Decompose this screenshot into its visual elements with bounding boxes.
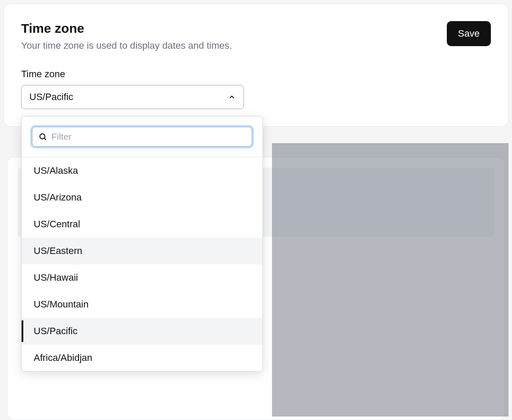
timezone-select-wrapper: US/Pacific [21, 85, 244, 109]
dropdown-item-us-central[interactable]: US/Central [22, 211, 262, 238]
dropdown-item-us-eastern[interactable]: US/Eastern [22, 238, 262, 264]
filter-input[interactable] [51, 132, 246, 142]
card-subtitle: Your time zone is used to display dates … [21, 40, 447, 51]
dropdown-item-us-alaska[interactable]: US/Alaska [22, 157, 262, 184]
timezone-field-label: Time zone [21, 69, 491, 80]
dropdown-item-us-hawaii[interactable]: US/Hawaii [22, 264, 262, 291]
card-title: Time zone [21, 21, 447, 36]
dropdown-item-us-arizona[interactable]: US/Arizona [22, 184, 262, 211]
card-header: Time zone Your time zone is used to disp… [21, 21, 491, 51]
save-button[interactable]: Save [447, 21, 491, 46]
timezone-selected-value: US/Pacific [29, 91, 73, 103]
svg-line-1 [44, 138, 46, 140]
chevron-up-icon [228, 93, 236, 101]
timezone-select-button[interactable]: US/Pacific [21, 85, 244, 109]
dropdown-item-africa-abidjan[interactable]: Africa/Abidjan [22, 345, 262, 371]
dropdown-search-wrap [22, 116, 262, 157]
dropdown-item-us-pacific[interactable]: US/Pacific [22, 318, 262, 345]
grey-overlay [272, 143, 509, 417]
card-header-text: Time zone Your time zone is used to disp… [21, 21, 447, 51]
dropdown-item-us-mountain[interactable]: US/Mountain [22, 291, 262, 318]
page-container: Time zone Your time zone is used to disp… [3, 3, 509, 417]
dropdown-search[interactable] [32, 127, 252, 147]
dropdown-list[interactable]: US/Alaska US/Arizona US/Central US/Easte… [22, 157, 262, 371]
timezone-dropdown: US/Alaska US/Arizona US/Central US/Easte… [21, 116, 263, 372]
svg-point-0 [40, 134, 45, 139]
search-icon [38, 132, 47, 141]
timezone-card: Time zone Your time zone is used to disp… [3, 3, 509, 127]
